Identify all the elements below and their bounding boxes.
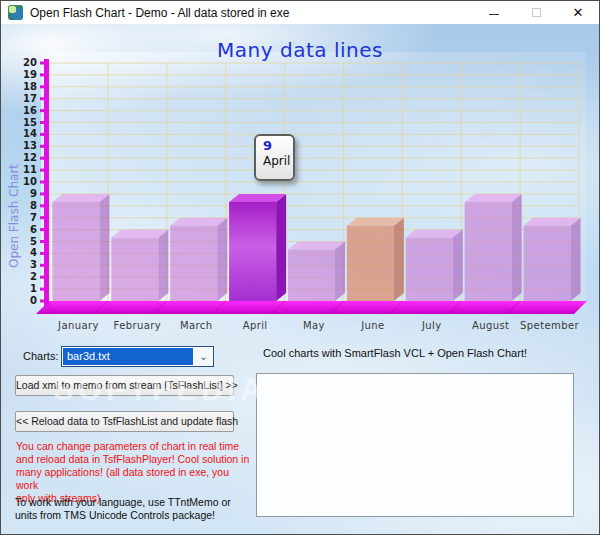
- unicode-info-note: To work with your language, use TTntMemo…: [15, 496, 250, 522]
- y-axis-tick-label: 5: [1, 236, 37, 248]
- app-window: Open Flash Chart - Demo - All data store…: [0, 0, 600, 535]
- bar-march[interactable]: [170, 218, 227, 301]
- y-axis-labels: 01234567891011121314151617181920: [1, 24, 37, 324]
- title-bar: Open Flash Chart - Demo - All data store…: [1, 1, 599, 24]
- window-title: Open Flash Chart - Demo - All data store…: [30, 6, 289, 20]
- bar-june[interactable]: [347, 218, 404, 301]
- y-axis-tick-label: 14: [1, 128, 37, 140]
- chart-tooltip: 9 April: [254, 134, 295, 181]
- bar-spetember[interactable]: [524, 218, 581, 301]
- y-axis-tick-label: 12: [1, 152, 37, 164]
- y-axis-tick-label: 3: [1, 259, 37, 271]
- y-axis-tick-label: 6: [1, 224, 37, 236]
- cool-charts-label: Cool charts with SmartFlash VCL + Open F…: [263, 347, 527, 359]
- y-axis-tick-label: 7: [1, 212, 37, 224]
- bar-january[interactable]: [52, 194, 109, 301]
- charts-label: Charts:: [23, 350, 58, 362]
- reload-data-button[interactable]: << Reload data to TsfFlashList and updat…: [15, 411, 234, 432]
- y-axis-tick-label: 17: [1, 93, 37, 105]
- y-axis-tick-label: 9: [1, 188, 37, 200]
- load-xml-button[interactable]: Load xml to memo from stream [TsFlashLis…: [15, 375, 234, 396]
- y-axis-tick-label: 2: [1, 271, 37, 283]
- chevron-down-icon[interactable]: ⌄: [194, 347, 213, 366]
- y-axis-tick-label: 19: [1, 69, 37, 81]
- y-axis-tick-label: 0: [1, 295, 37, 307]
- y-axis-tick-label: 15: [1, 117, 37, 129]
- y-axis-tick-label: 11: [1, 164, 37, 176]
- app-icon: [8, 5, 23, 20]
- bar-may[interactable]: [288, 242, 345, 302]
- close-button-icon[interactable]: ✕: [557, 1, 599, 23]
- bar-april[interactable]: [229, 194, 286, 301]
- y-axis-tick-label: 8: [1, 200, 37, 212]
- bar-july[interactable]: [406, 230, 463, 301]
- y-axis-tick-label: 20: [1, 57, 37, 69]
- y-axis-tick-label: 18: [1, 81, 37, 93]
- y-axis-tick-label: 4: [1, 247, 37, 259]
- client-area: Many data lines Open Flash Chart 0123456…: [1, 24, 599, 534]
- y-axis-tick-label: 1: [1, 283, 37, 295]
- x-axis-labels: JanuaryFebruaryMarchAprilMayJuneJulyAugu…: [1, 320, 599, 336]
- y-axis-tick-label: 16: [1, 105, 37, 117]
- charts-dropdown-value: bar3d.txt: [63, 348, 193, 365]
- charts-dropdown[interactable]: bar3d.txt ⌄: [61, 346, 214, 367]
- xml-memo-box[interactable]: [256, 373, 574, 517]
- bar-february[interactable]: [111, 230, 168, 301]
- tooltip-value: 9: [263, 138, 293, 153]
- tooltip-label: April: [263, 154, 293, 168]
- y-axis-tick-label: 10: [1, 176, 37, 188]
- bar-august[interactable]: [465, 194, 522, 301]
- minimize-button-icon[interactable]: [473, 1, 515, 23]
- maximize-button-icon: [515, 1, 557, 23]
- x-axis-label-spetember: Spetember: [515, 320, 585, 331]
- y-axis-tick-label: 13: [1, 140, 37, 152]
